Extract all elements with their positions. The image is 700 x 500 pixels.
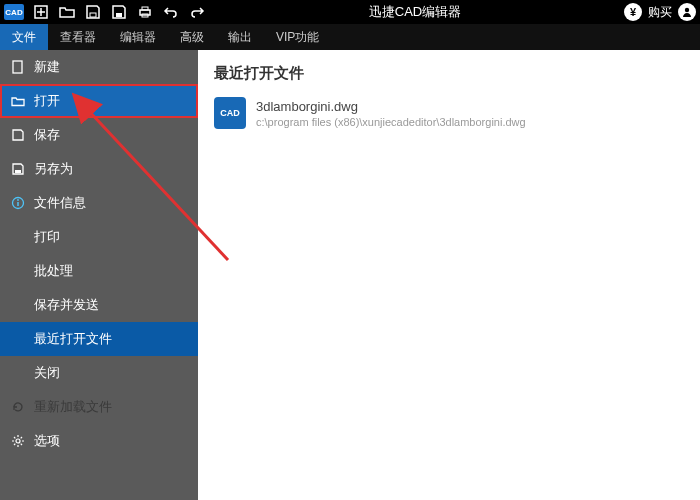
svg-point-8 <box>685 8 689 12</box>
sidebar-item-open[interactable]: 打开 <box>0 84 198 118</box>
svg-line-22 <box>21 437 22 438</box>
menu-editor[interactable]: 编辑器 <box>108 24 168 50</box>
recent-file-item[interactable]: CAD 3dlamborgini.dwg c:\program files (x… <box>214 97 684 129</box>
sidebar-item-label: 关闭 <box>34 364 60 382</box>
menu-viewer[interactable]: 查看器 <box>48 24 108 50</box>
recent-file-path: c:\program files (x86)\xunjiecadeditor\3… <box>256 116 526 128</box>
redo-icon[interactable] <box>188 3 206 21</box>
svg-rect-6 <box>142 7 148 10</box>
user-icon[interactable] <box>678 3 696 21</box>
svg-line-19 <box>14 437 15 438</box>
buy-label[interactable]: 购买 <box>648 4 672 21</box>
folder-open-icon <box>10 93 26 109</box>
sidebar-item-label: 重新加载文件 <box>34 398 112 416</box>
menu-output[interactable]: 输出 <box>216 24 264 50</box>
new-icon[interactable] <box>32 3 50 21</box>
spacer-icon <box>10 365 26 381</box>
cad-file-icon: CAD <box>214 97 246 129</box>
sidebar-item-close[interactable]: 关闭 <box>0 356 198 390</box>
sidebar-item-recent[interactable]: 最近打开文件 <box>0 322 198 356</box>
title-toolbar: CAD 迅捷CAD编辑器 ¥ 购买 <box>0 0 700 24</box>
app-logo: CAD <box>4 4 24 20</box>
file-sidebar: 新建 打开 保存 另存为 文件信息 打印 批处理 保存并发送 <box>0 50 198 500</box>
currency-icon[interactable]: ¥ <box>624 3 642 21</box>
sidebar-item-label: 打开 <box>34 92 60 110</box>
save-icon <box>10 127 26 143</box>
sidebar-item-print[interactable]: 打印 <box>0 220 198 254</box>
sidebar-item-label: 打印 <box>34 228 60 246</box>
sidebar-item-label: 保存并发送 <box>34 296 99 314</box>
app-title: 迅捷CAD编辑器 <box>206 3 624 21</box>
spacer-icon <box>10 331 26 347</box>
sidebar-item-new[interactable]: 新建 <box>0 50 198 84</box>
reload-icon <box>10 399 26 415</box>
sidebar-item-batch[interactable]: 批处理 <box>0 254 198 288</box>
file-blank-icon <box>10 59 26 75</box>
sidebar-item-save[interactable]: 保存 <box>0 118 198 152</box>
sidebar-item-label: 批处理 <box>34 262 73 280</box>
svg-point-13 <box>17 199 19 201</box>
svg-line-21 <box>14 444 15 445</box>
sidebar-item-label: 选项 <box>34 432 60 450</box>
sidebar-item-saveas[interactable]: 另存为 <box>0 152 198 186</box>
svg-line-20 <box>21 444 22 445</box>
spacer-icon <box>10 229 26 245</box>
print-icon[interactable] <box>136 3 154 21</box>
menu-vip[interactable]: VIP功能 <box>264 24 331 50</box>
menu-file[interactable]: 文件 <box>0 24 48 50</box>
recent-file-name: 3dlamborgini.dwg <box>256 99 526 114</box>
svg-rect-4 <box>116 13 122 17</box>
save-as-icon <box>10 161 26 177</box>
menu-advanced[interactable]: 高级 <box>168 24 216 50</box>
spacer-icon <box>10 263 26 279</box>
save-as-icon[interactable] <box>110 3 128 21</box>
undo-icon[interactable] <box>162 3 180 21</box>
sidebar-item-label: 另存为 <box>34 160 73 178</box>
menubar: 文件 查看器 编辑器 高级 输出 VIP功能 <box>0 24 700 50</box>
svg-rect-9 <box>13 61 22 73</box>
sidebar-item-label: 保存 <box>34 126 60 144</box>
sidebar-item-label: 文件信息 <box>34 194 86 212</box>
sidebar-item-fileinfo[interactable]: 文件信息 <box>0 186 198 220</box>
sidebar-item-label: 最近打开文件 <box>34 330 112 348</box>
gear-icon <box>10 433 26 449</box>
sidebar-item-label: 新建 <box>34 58 60 76</box>
svg-point-14 <box>16 439 20 443</box>
svg-rect-10 <box>15 170 21 173</box>
save-icon[interactable] <box>84 3 102 21</box>
content-heading: 最近打开文件 <box>214 64 684 83</box>
spacer-icon <box>10 297 26 313</box>
info-icon <box>10 195 26 211</box>
recent-files-pane: 最近打开文件 CAD 3dlamborgini.dwg c:\program f… <box>198 50 700 500</box>
sidebar-item-options[interactable]: 选项 <box>0 424 198 458</box>
folder-open-icon[interactable] <box>58 3 76 21</box>
svg-rect-3 <box>90 13 96 17</box>
sidebar-item-reload: 重新加载文件 <box>0 390 198 424</box>
sidebar-item-savesend[interactable]: 保存并发送 <box>0 288 198 322</box>
